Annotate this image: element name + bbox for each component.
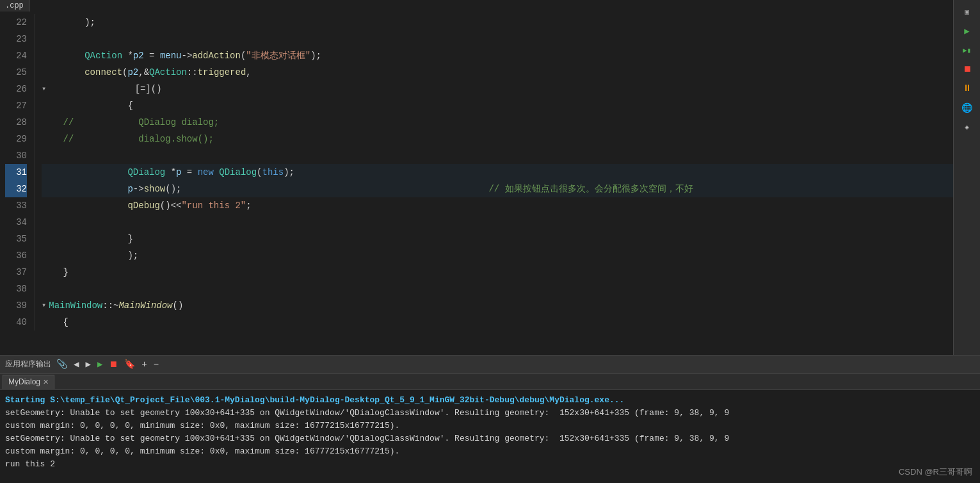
code-line-30 <box>42 147 953 164</box>
output-line-5: custom margin: 0, 0, 0, 0, minimum size:… <box>5 445 975 458</box>
file-tab: .cpp <box>0 0 29 12</box>
code-line-37: } <box>42 264 953 281</box>
toolbar-icon-add[interactable]: + <box>140 359 148 370</box>
filename-label: .cpp <box>5 1 24 10</box>
toolbar-icon-remove[interactable]: − <box>152 359 160 370</box>
code-line-39: ▾ MainWindow::~MainWindow() <box>42 297 953 314</box>
sidebar-icon-run[interactable]: ▶▮ <box>956 41 979 59</box>
toolbar-icon-bookmark[interactable]: 🔖 <box>123 359 136 370</box>
code-lines: ); QAction *p2 = menu->addAction("非模态对话框… <box>35 14 953 331</box>
watermark: CSDN @R三哥哥啊 <box>899 466 972 478</box>
code-line-38 <box>42 281 953 297</box>
sidebar-icon-1[interactable]: ▣ <box>956 3 979 20</box>
code-line-32: p->show(); // 如果按钮点击很多次。会分配很多次空间，不好 <box>42 181 953 197</box>
sidebar-icon-web[interactable]: 🌐 <box>956 99 979 117</box>
output-line-6: run this 2 <box>5 458 975 471</box>
output-line-1: Starting S:\temp_file\Qt_Project_File\00… <box>5 394 975 407</box>
sidebar-icon-stop[interactable]: ⏹ <box>956 60 979 78</box>
output-line-2: setGeometry: Unable to set geometry 100x… <box>5 407 975 420</box>
code-line-27: { <box>42 97 953 114</box>
code-line-25: connect(p2,&QAction::triggered, <box>42 64 953 81</box>
panel-title: 应用程序输出 <box>5 359 51 370</box>
panel-tabs: MyDialog ✕ <box>0 373 980 390</box>
tab-close-icon[interactable]: ✕ <box>43 378 49 386</box>
toolbar-icon-prev[interactable]: ◀ <box>72 359 80 370</box>
toolbar-icon-attach[interactable]: 📎 <box>55 359 68 370</box>
code-line-26: ▾ [=]() <box>42 81 953 97</box>
panel-tab-mydialog[interactable]: MyDialog ✕ <box>3 375 54 389</box>
code-line-22: ); <box>42 14 953 31</box>
line-numbers: 22 23 24 25 26 27 28 29 30 31 32 33 34 3… <box>0 14 35 331</box>
right-sidebar: ▣ ▶ ▶▮ ⏹ ⏸ 🌐 ◈ <box>953 0 980 355</box>
tab-label: MyDialog <box>8 377 40 386</box>
sidebar-icon-misc[interactable]: ◈ <box>956 118 979 136</box>
panel-output: Starting S:\temp_file\Qt_Project_File\00… <box>0 390 980 483</box>
code-line-36: ); <box>42 247 953 264</box>
code-line-40: { <box>42 314 953 331</box>
code-line-28: // QDialog dialog; <box>42 114 953 131</box>
sidebar-icon-pause[interactable]: ⏸ <box>956 79 979 97</box>
toolbar-icon-next[interactable]: ▶ <box>84 359 92 370</box>
bottom-panel: 应用程序输出 📎 ◀ ▶ ▶ ⏹ 🔖 + − MyDialog ✕ Starti… <box>0 355 980 483</box>
toolbar-icon-stop[interactable]: ⏹ <box>108 359 119 370</box>
code-line-31: QDialog *p = new QDialog(this); <box>42 164 953 181</box>
sidebar-icon-play[interactable]: ▶ <box>956 22 979 40</box>
code-line-35: } <box>42 231 953 247</box>
code-line-23 <box>42 31 953 47</box>
code-line-33: qDebug()<<"run this 2"; <box>42 197 953 214</box>
output-line-3: custom margin: 0, 0, 0, 0, minimum size:… <box>5 420 975 432</box>
toolbar-icon-play[interactable]: ▶ <box>96 359 104 370</box>
code-line-34 <box>42 214 953 231</box>
output-line-4: setGeometry: Unable to set geometry 100x… <box>5 432 975 445</box>
code-line-24: QAction *p2 = menu->addAction("非模态对话框"); <box>42 47 953 64</box>
code-line-29: // dialog.show(); <box>42 131 953 147</box>
panel-toolbar: 应用程序输出 📎 ◀ ▶ ▶ ⏹ 🔖 + − <box>0 356 980 373</box>
